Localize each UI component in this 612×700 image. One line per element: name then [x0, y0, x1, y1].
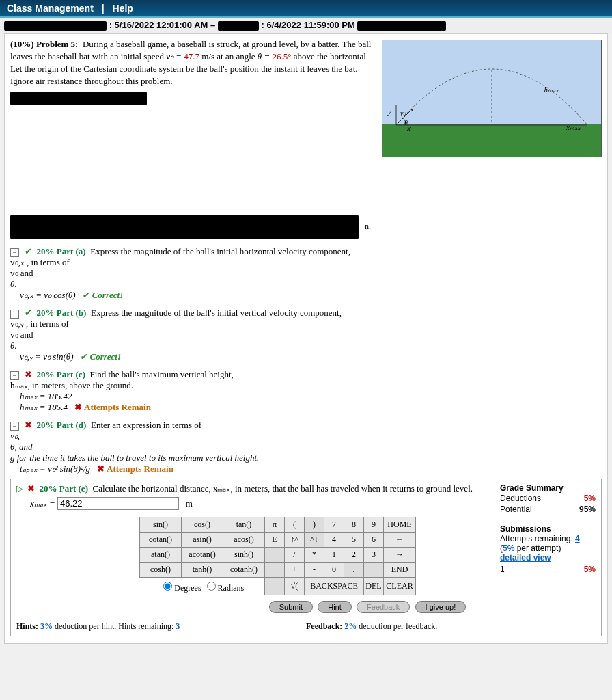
- key-7[interactable]: 7: [324, 517, 344, 532]
- key-cos[interactable]: cos(): [182, 517, 223, 532]
- due-date: : 6/4/2022 11:59:00 PM: [262, 20, 355, 30]
- part-d-answer: tₐₚₑₓ = v₀² sin(θ)²/g: [20, 463, 90, 474]
- part-b-label: 20% Part (b): [37, 308, 87, 318]
- begin-date: : 5/16/2022 12:01:00 AM –: [109, 20, 216, 30]
- key-0[interactable]: 0: [324, 562, 344, 577]
- key-6[interactable]: 6: [364, 532, 384, 547]
- key-blank3: [364, 562, 384, 577]
- key-3[interactable]: 3: [364, 547, 384, 562]
- problem-container: hₘₐₓ xₘₐₓ x y v₀ θ (10%) Problem 5: Duri…: [4, 33, 608, 645]
- part-b: – ✔ 20% Part (b) Express the magnitude o…: [10, 308, 602, 362]
- key-lparen[interactable]: (: [285, 517, 305, 532]
- hints-feedback-footer: Hints: 3% deduction per hint. Hints rema…: [16, 619, 596, 632]
- topbar: Class Management | Help: [0, 0, 612, 18]
- part-a-answer: v₀,ₓ = v₀ cos(θ): [20, 290, 76, 300]
- key-plus[interactable]: +: [285, 562, 305, 577]
- key-9[interactable]: 9: [364, 517, 384, 532]
- nav-class-mgmt[interactable]: Class Management: [7, 3, 94, 14]
- fig-xmax-label: xₘₐₓ: [566, 123, 581, 132]
- submit-button[interactable]: Submit: [269, 601, 313, 613]
- giveup-button[interactable]: I give up!: [415, 601, 467, 613]
- key-blank4: [265, 577, 285, 595]
- key-right[interactable]: →: [384, 547, 416, 562]
- key-cotanh[interactable]: cotanh(): [223, 562, 265, 577]
- key-sin[interactable]: sin(): [140, 517, 182, 532]
- trajectory-figure: hₘₐₓ xₘₐₓ x y v₀ θ: [382, 40, 602, 157]
- unit-label: m: [186, 498, 193, 509]
- key-tanh[interactable]: tanh(): [182, 562, 223, 577]
- key-pi[interactable]: π: [265, 517, 285, 532]
- key-down[interactable]: ^↓: [305, 532, 324, 547]
- fig-v0-label: v₀: [400, 109, 406, 117]
- key-cosh[interactable]: cosh(): [140, 562, 182, 577]
- key-del[interactable]: DEL: [364, 577, 384, 595]
- key-e[interactable]: E: [265, 532, 285, 547]
- key-div[interactable]: /: [285, 547, 305, 562]
- key-blank2: [265, 562, 285, 577]
- key-2[interactable]: 2: [344, 547, 364, 562]
- part-e: ▷ ✖ 20% Part (e) Calculate the horizonta…: [10, 479, 602, 637]
- key-8[interactable]: 8: [344, 517, 364, 532]
- key-asin[interactable]: asin(): [182, 532, 223, 547]
- hints-remaining-link[interactable]: 3: [176, 621, 180, 631]
- x-icon: ✖: [25, 420, 32, 430]
- hint-deduction-link[interactable]: 3%: [40, 621, 53, 631]
- key-minus[interactable]: -: [305, 562, 324, 577]
- xmax-label: xₘₐₓ =: [30, 498, 57, 509]
- part-a-text: Express the magnitude of the ball's init…: [90, 246, 350, 256]
- part-c: – ✖ 20% Part (c) Find the ball's maximum…: [10, 369, 602, 413]
- per-attempt-link[interactable]: 5%: [503, 543, 514, 553]
- mode-radians-radio[interactable]: [207, 582, 216, 591]
- key-clear[interactable]: CLEAR: [384, 577, 416, 595]
- x-icon: ✖: [25, 369, 32, 379]
- redacted-2: [10, 215, 359, 239]
- key-tan[interactable]: tan(): [223, 517, 265, 532]
- key-5[interactable]: 5: [344, 532, 364, 547]
- key-backspace[interactable]: BACKSPACE: [305, 577, 364, 595]
- collapse-icon[interactable]: –: [10, 310, 19, 319]
- key-end[interactable]: END: [384, 562, 416, 577]
- grade-summary-panel: Grade Summary Deductions5% Potential95% …: [500, 483, 596, 575]
- key-acos[interactable]: acos(): [223, 532, 265, 547]
- key-sqrt[interactable]: √(: [285, 577, 305, 595]
- key-atan[interactable]: atan(): [140, 547, 182, 562]
- collapse-icon[interactable]: –: [10, 422, 19, 431]
- part-c-attempt2: hₘₐₓ = 185.4: [20, 402, 68, 412]
- part-d-label: 20% Part (d): [37, 420, 87, 430]
- part-c-label: 20% Part (c): [37, 369, 85, 379]
- key-4[interactable]: 4: [324, 532, 344, 547]
- redacted-1: [10, 92, 147, 105]
- grade-summary-title: Grade Summary: [500, 483, 596, 493]
- key-mul[interactable]: *: [305, 547, 324, 562]
- key-dot[interactable]: .: [344, 562, 364, 577]
- fig-hmax-label: hₘₐₓ: [544, 85, 559, 94]
- key-cotan[interactable]: cotan(): [140, 532, 182, 547]
- key-home[interactable]: HOME: [384, 517, 416, 532]
- key-rparen[interactable]: ): [305, 517, 324, 532]
- key-acotan[interactable]: acotan(): [182, 547, 223, 562]
- part-e-text: Calculate the horizontal distance, xₘₐₓ,…: [92, 483, 473, 494]
- feedback-deduction-link[interactable]: 2%: [344, 621, 357, 631]
- feedback-button[interactable]: Feedback: [357, 601, 410, 613]
- part-a-label: 20% Part (a): [37, 246, 86, 256]
- key-1[interactable]: 1: [324, 547, 344, 562]
- mode-radians-label: Radians: [218, 583, 245, 593]
- key-up[interactable]: ↑^: [285, 532, 305, 547]
- attempts-remaining-link[interactable]: 4: [575, 534, 580, 543]
- answer-input[interactable]: [57, 497, 179, 510]
- collapse-icon[interactable]: –: [10, 248, 19, 257]
- detailed-view-link[interactable]: detailed view: [500, 553, 596, 563]
- submissions-title: Submissions: [500, 524, 596, 534]
- mode-degrees-radio[interactable]: [163, 582, 172, 591]
- hint-button[interactable]: Hint: [318, 601, 352, 613]
- key-left[interactable]: ←: [384, 532, 416, 547]
- key-sinh[interactable]: sinh(): [223, 547, 265, 562]
- check-icon: ✔: [25, 246, 32, 256]
- part-b-answer: v₀,ᵧ = v₀ sin(θ): [20, 351, 74, 362]
- collapse-icon[interactable]: –: [10, 371, 19, 380]
- fig-theta-label: θ: [404, 119, 408, 126]
- nav-help[interactable]: Help: [113, 3, 133, 14]
- part-c-attempt1: hₘₐₓ = 185.42: [20, 391, 72, 401]
- x-icon: ✖: [27, 483, 35, 494]
- attempts-remain: Attempts Remain: [107, 463, 173, 474]
